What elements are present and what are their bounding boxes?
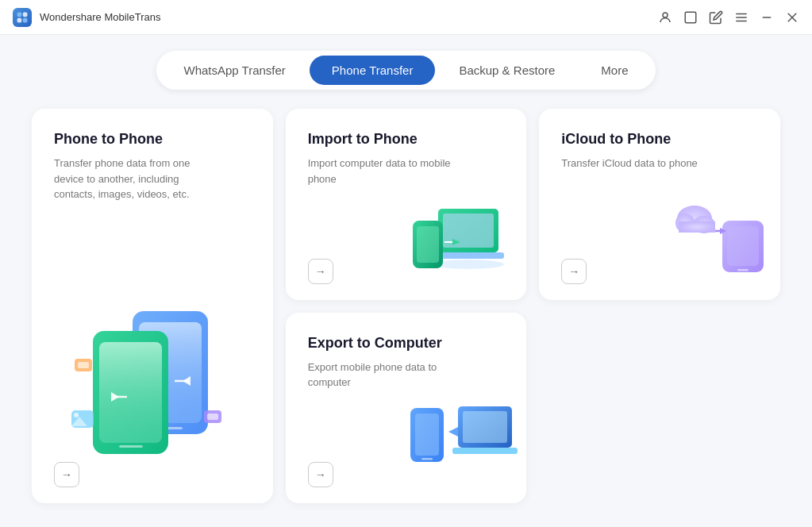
card-export-arrow[interactable]: → xyxy=(308,462,333,487)
card-import-arrow[interactable]: → xyxy=(308,259,333,284)
svg-rect-3 xyxy=(23,17,28,22)
svg-rect-27 xyxy=(207,414,218,420)
svg-rect-47 xyxy=(415,414,439,456)
cards-grid: Phone to Phone Transfer phone data from … xyxy=(32,109,780,503)
svg-rect-39 xyxy=(727,226,759,266)
svg-rect-18 xyxy=(99,342,162,443)
card-phone-to-phone-desc: Transfer phone data from one device to a… xyxy=(54,156,213,202)
svg-rect-44 xyxy=(679,221,715,233)
card-phone-to-phone-arrow[interactable]: → xyxy=(54,462,79,487)
minimize-icon[interactable] xyxy=(760,10,774,25)
card-phone-to-phone-title: Phone to Phone xyxy=(54,131,251,148)
svg-rect-0 xyxy=(17,12,22,17)
import-illustration xyxy=(405,185,520,276)
titlebar: Wondershare MobileTrans xyxy=(0,0,812,35)
tab-whatsapp-transfer[interactable]: WhatsApp Transfer xyxy=(161,56,307,85)
tab-pill: WhatsApp Transfer Phone Transfer Backup … xyxy=(156,51,655,90)
nav-tabs: WhatsApp Transfer Phone Transfer Backup … xyxy=(32,35,780,109)
card-icloud-arrow[interactable]: → xyxy=(561,259,587,284)
svg-rect-34 xyxy=(433,252,504,259)
card-export-title: Export to Computer xyxy=(308,335,505,352)
card-import-desc: Import computer data to mobile phone xyxy=(308,156,467,187)
window-controls xyxy=(658,10,799,25)
edit-icon[interactable] xyxy=(709,10,723,25)
svg-rect-25 xyxy=(78,362,89,368)
card-icloud-desc: Transfer iCloud data to phone xyxy=(561,156,720,171)
tab-backup-restore[interactable]: Backup & Restore xyxy=(437,56,577,85)
svg-rect-40 xyxy=(737,269,749,271)
window-icon[interactable] xyxy=(683,10,698,25)
svg-rect-48 xyxy=(421,458,433,460)
export-illustration xyxy=(401,384,520,479)
svg-rect-2 xyxy=(17,17,22,22)
svg-rect-1 xyxy=(23,12,28,17)
card-import-to-phone[interactable]: Import to Phone Import computer data to … xyxy=(286,109,527,300)
svg-rect-19 xyxy=(119,445,143,448)
card-export-to-computer[interactable]: Export to Computer Export mobile phone d… xyxy=(286,313,527,504)
main-content: WhatsApp Transfer Phone Transfer Backup … xyxy=(0,35,812,527)
svg-point-31 xyxy=(433,260,504,269)
app-logo xyxy=(13,8,32,27)
card-phone-to-phone[interactable]: Phone to Phone Transfer phone data from … xyxy=(32,109,273,503)
icloud-illustration xyxy=(671,185,774,276)
menu-icon[interactable] xyxy=(734,10,749,25)
svg-rect-5 xyxy=(685,12,696,23)
svg-point-29 xyxy=(74,413,79,417)
close-icon[interactable] xyxy=(785,10,799,25)
svg-marker-49 xyxy=(448,427,458,437)
phone-to-phone-illustration xyxy=(57,287,248,454)
tab-phone-transfer[interactable]: Phone Transfer xyxy=(310,56,436,85)
profile-icon[interactable] xyxy=(658,10,672,25)
svg-rect-52 xyxy=(452,448,518,454)
tab-more[interactable]: More xyxy=(579,56,650,85)
card-icloud-title: iCloud to Phone xyxy=(561,131,758,148)
svg-point-4 xyxy=(663,13,668,17)
svg-rect-51 xyxy=(463,411,507,443)
app-title: Wondershare MobileTrans xyxy=(40,11,658,23)
card-import-title: Import to Phone xyxy=(308,131,505,148)
svg-rect-36 xyxy=(417,226,439,263)
card-icloud-to-phone[interactable]: iCloud to Phone Transfer iCloud data to … xyxy=(539,109,780,300)
